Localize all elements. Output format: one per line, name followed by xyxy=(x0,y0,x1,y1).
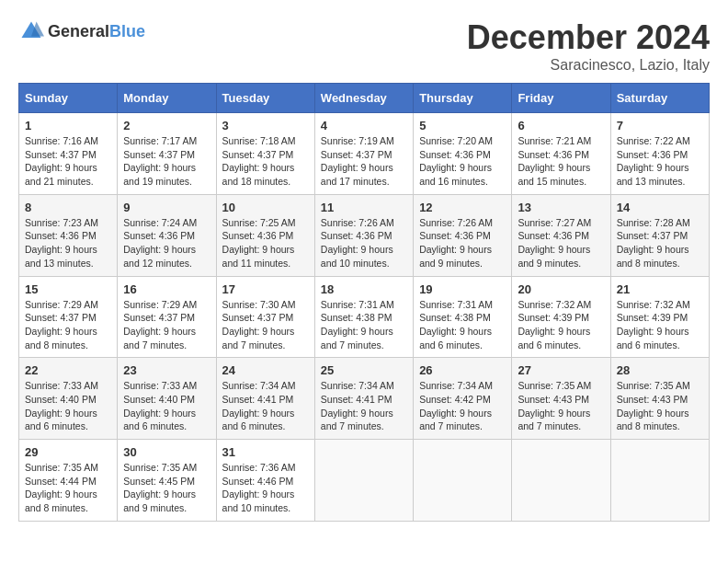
calendar-cell: 11 Sunrise: 7:26 AM Sunset: 4:36 PM Dayl… xyxy=(314,194,413,276)
calendar-week-row: 15 Sunrise: 7:29 AM Sunset: 4:37 PM Dayl… xyxy=(19,276,710,358)
calendar-cell: 5 Sunrise: 7:20 AM Sunset: 4:36 PM Dayli… xyxy=(414,113,512,195)
day-info: Sunrise: 7:36 AM Sunset: 4:46 PM Dayligh… xyxy=(222,461,309,515)
calendar-cell: 14 Sunrise: 7:28 AM Sunset: 4:37 PM Dayl… xyxy=(610,194,709,276)
calendar-cell: 13 Sunrise: 7:27 AM Sunset: 4:36 PM Dayl… xyxy=(512,194,610,276)
day-info: Sunrise: 7:33 AM Sunset: 4:40 PM Dayligh… xyxy=(25,379,111,433)
header-saturday: Saturday xyxy=(610,84,709,113)
calendar-cell: 9 Sunrise: 7:24 AM Sunset: 4:36 PM Dayli… xyxy=(118,194,216,276)
calendar-cell: 27 Sunrise: 7:35 AM Sunset: 4:43 PM Dayl… xyxy=(512,358,610,440)
calendar-cell xyxy=(414,440,512,522)
day-info: Sunrise: 7:16 AM Sunset: 4:37 PM Dayligh… xyxy=(25,134,111,189)
day-number: 3 xyxy=(222,119,309,132)
day-info: Sunrise: 7:17 AM Sunset: 4:37 PM Dayligh… xyxy=(123,134,210,189)
header-tuesday: Tuesday xyxy=(216,84,314,113)
day-info: Sunrise: 7:30 AM Sunset: 4:37 PM Dayligh… xyxy=(222,298,309,352)
calendar-cell: 7 Sunrise: 7:22 AM Sunset: 4:36 PM Dayli… xyxy=(610,113,709,195)
calendar-cell xyxy=(314,440,413,522)
day-number: 13 xyxy=(518,201,604,214)
day-number: 17 xyxy=(222,282,309,296)
calendar-cell: 3 Sunrise: 7:18 AM Sunset: 4:37 PM Dayli… xyxy=(216,113,314,195)
calendar-cell: 26 Sunrise: 7:34 AM Sunset: 4:42 PM Dayl… xyxy=(414,358,512,440)
day-info: Sunrise: 7:34 AM Sunset: 4:41 PM Dayligh… xyxy=(222,379,309,433)
day-info: Sunrise: 7:22 AM Sunset: 4:36 PM Dayligh… xyxy=(617,134,703,189)
calendar-cell: 31 Sunrise: 7:36 AM Sunset: 4:46 PM Dayl… xyxy=(216,440,314,522)
day-info: Sunrise: 7:35 AM Sunset: 4:45 PM Dayligh… xyxy=(123,461,210,515)
calendar-cell: 18 Sunrise: 7:31 AM Sunset: 4:38 PM Dayl… xyxy=(314,276,413,358)
header-sunday: Sunday xyxy=(19,84,118,113)
day-number: 6 xyxy=(518,119,604,132)
day-number: 20 xyxy=(518,282,604,296)
calendar-cell: 22 Sunrise: 7:33 AM Sunset: 4:40 PM Dayl… xyxy=(19,358,118,440)
logo-icon xyxy=(18,18,44,44)
day-info: Sunrise: 7:26 AM Sunset: 4:36 PM Dayligh… xyxy=(419,216,506,270)
calendar-cell xyxy=(512,440,610,522)
calendar-cell: 20 Sunrise: 7:32 AM Sunset: 4:39 PM Dayl… xyxy=(512,276,610,358)
calendar-cell: 1 Sunrise: 7:16 AM Sunset: 4:37 PM Dayli… xyxy=(19,113,118,195)
day-info: Sunrise: 7:32 AM Sunset: 4:39 PM Dayligh… xyxy=(617,298,703,352)
day-info: Sunrise: 7:35 AM Sunset: 4:43 PM Dayligh… xyxy=(518,379,604,433)
calendar-cell: 19 Sunrise: 7:31 AM Sunset: 4:38 PM Dayl… xyxy=(414,276,512,358)
day-number: 9 xyxy=(123,201,210,214)
day-number: 23 xyxy=(123,363,210,377)
day-number: 14 xyxy=(617,201,703,214)
day-number: 12 xyxy=(419,201,506,214)
day-number: 30 xyxy=(123,445,210,459)
calendar-cell: 24 Sunrise: 7:34 AM Sunset: 4:41 PM Dayl… xyxy=(216,358,314,440)
day-info: Sunrise: 7:34 AM Sunset: 4:41 PM Dayligh… xyxy=(321,379,407,433)
day-info: Sunrise: 7:18 AM Sunset: 4:37 PM Dayligh… xyxy=(222,134,309,189)
day-info: Sunrise: 7:31 AM Sunset: 4:38 PM Dayligh… xyxy=(419,298,506,352)
header: GeneralBlue December 2024 Saracinesco, L… xyxy=(18,18,710,74)
month-title: December 2024 xyxy=(467,18,710,57)
day-info: Sunrise: 7:29 AM Sunset: 4:37 PM Dayligh… xyxy=(25,298,111,352)
calendar-week-row: 29 Sunrise: 7:35 AM Sunset: 4:44 PM Dayl… xyxy=(19,440,710,522)
day-info: Sunrise: 7:33 AM Sunset: 4:40 PM Dayligh… xyxy=(123,379,210,433)
calendar-cell: 21 Sunrise: 7:32 AM Sunset: 4:39 PM Dayl… xyxy=(610,276,709,358)
calendar-cell: 4 Sunrise: 7:19 AM Sunset: 4:37 PM Dayli… xyxy=(314,113,413,195)
header-wednesday: Wednesday xyxy=(314,84,413,113)
header-thursday: Thursday xyxy=(414,84,512,113)
title-area: December 2024 Saracinesco, Lazio, Italy xyxy=(467,18,710,74)
location-title: Saracinesco, Lazio, Italy xyxy=(467,57,710,74)
day-info: Sunrise: 7:25 AM Sunset: 4:36 PM Dayligh… xyxy=(222,216,309,270)
calendar-cell xyxy=(610,440,709,522)
calendar-header-row: Sunday Monday Tuesday Wednesday Thursday… xyxy=(19,84,710,113)
day-number: 19 xyxy=(419,282,506,296)
day-number: 28 xyxy=(617,363,703,377)
calendar-week-row: 1 Sunrise: 7:16 AM Sunset: 4:37 PM Dayli… xyxy=(19,113,710,195)
day-info: Sunrise: 7:32 AM Sunset: 4:39 PM Dayligh… xyxy=(518,298,604,352)
day-info: Sunrise: 7:35 AM Sunset: 4:43 PM Dayligh… xyxy=(617,379,703,433)
day-number: 7 xyxy=(617,119,703,132)
day-number: 8 xyxy=(25,201,111,214)
calendar-cell: 17 Sunrise: 7:30 AM Sunset: 4:37 PM Dayl… xyxy=(216,276,314,358)
day-info: Sunrise: 7:21 AM Sunset: 4:36 PM Dayligh… xyxy=(518,134,604,189)
day-info: Sunrise: 7:27 AM Sunset: 4:36 PM Dayligh… xyxy=(518,216,604,270)
day-info: Sunrise: 7:26 AM Sunset: 4:36 PM Dayligh… xyxy=(321,216,407,270)
header-friday: Friday xyxy=(512,84,610,113)
calendar-week-row: 8 Sunrise: 7:23 AM Sunset: 4:36 PM Dayli… xyxy=(19,194,710,276)
day-number: 11 xyxy=(321,201,407,214)
day-number: 2 xyxy=(123,119,210,132)
calendar-week-row: 22 Sunrise: 7:33 AM Sunset: 4:40 PM Dayl… xyxy=(19,358,710,440)
day-info: Sunrise: 7:28 AM Sunset: 4:37 PM Dayligh… xyxy=(617,216,703,270)
calendar-cell: 25 Sunrise: 7:34 AM Sunset: 4:41 PM Dayl… xyxy=(314,358,413,440)
day-number: 1 xyxy=(25,119,111,132)
day-info: Sunrise: 7:24 AM Sunset: 4:36 PM Dayligh… xyxy=(123,216,210,270)
calendar-cell: 16 Sunrise: 7:29 AM Sunset: 4:37 PM Dayl… xyxy=(118,276,216,358)
day-number: 24 xyxy=(222,363,309,377)
day-number: 22 xyxy=(25,363,111,377)
day-number: 10 xyxy=(222,201,309,214)
calendar-cell: 12 Sunrise: 7:26 AM Sunset: 4:36 PM Dayl… xyxy=(414,194,512,276)
day-info: Sunrise: 7:34 AM Sunset: 4:42 PM Dayligh… xyxy=(419,379,506,433)
calendar-cell: 23 Sunrise: 7:33 AM Sunset: 4:40 PM Dayl… xyxy=(118,358,216,440)
calendar-cell: 28 Sunrise: 7:35 AM Sunset: 4:43 PM Dayl… xyxy=(610,358,709,440)
day-number: 16 xyxy=(123,282,210,296)
header-monday: Monday xyxy=(118,84,216,113)
day-number: 18 xyxy=(321,282,407,296)
calendar-table: Sunday Monday Tuesday Wednesday Thursday… xyxy=(18,83,710,522)
day-number: 29 xyxy=(25,445,111,459)
day-number: 27 xyxy=(518,363,604,377)
day-number: 21 xyxy=(617,282,703,296)
calendar-cell: 8 Sunrise: 7:23 AM Sunset: 4:36 PM Dayli… xyxy=(19,194,118,276)
day-info: Sunrise: 7:31 AM Sunset: 4:38 PM Dayligh… xyxy=(321,298,407,352)
day-number: 15 xyxy=(25,282,111,296)
